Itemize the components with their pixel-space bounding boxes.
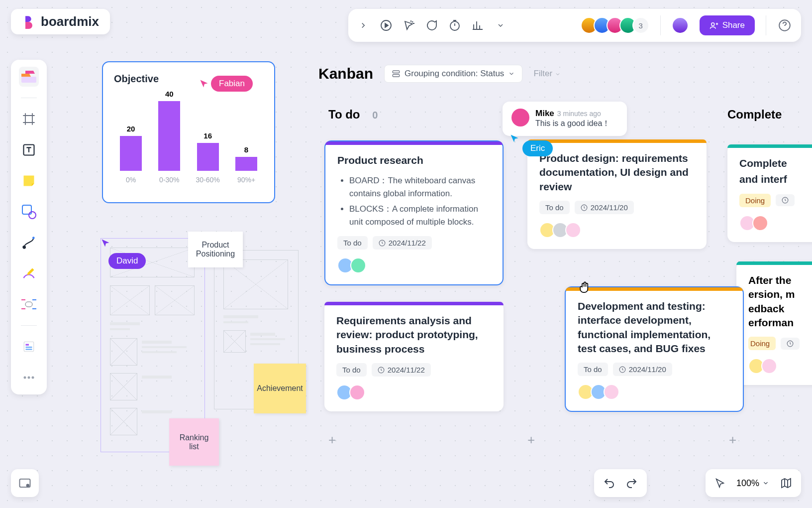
chevron-down-icon (555, 71, 561, 77)
cursor-click-icon[interactable] (403, 19, 415, 31)
kanban-card-product-research[interactable]: Product research BOARD：The whiteboard ca… (324, 140, 504, 285)
kanban-card-requirements[interactable]: Requirements analysis and review: produc… (324, 302, 504, 411)
comment-avatar (511, 109, 529, 127)
logo-box[interactable]: boardmix (11, 9, 110, 34)
chevron-right-icon[interactable] (357, 19, 369, 31)
view-controls: 100% (706, 469, 801, 497)
svg-point-9 (23, 246, 25, 249)
svg-rect-22 (393, 75, 400, 77)
cursor-eric (509, 133, 519, 143)
svg-rect-21 (393, 71, 400, 73)
share-button[interactable]: Share (700, 15, 755, 35)
grouping-dropdown[interactable]: Grouping condition: Status (384, 65, 522, 83)
logo-icon (22, 15, 36, 29)
svg-point-16 (24, 377, 26, 379)
sticky-positioning[interactable]: Product Positioning (188, 232, 243, 267)
chevron-down-icon (762, 480, 769, 487)
undo-button[interactable] (603, 477, 615, 489)
chart-bars: 200% 400-30% 1630-60% 890%+ (114, 92, 263, 184)
kanban-title: Kanban (318, 65, 373, 82)
zoom-dropdown[interactable]: 100% (736, 478, 769, 489)
add-card-button[interactable]: + (328, 432, 336, 448)
text-tool[interactable] (19, 140, 39, 160)
connector-tool[interactable] (19, 233, 39, 253)
minimap-toggle[interactable] (780, 477, 792, 489)
document-tool[interactable] (19, 337, 39, 357)
svg-rect-5 (21, 77, 36, 83)
chart-icon[interactable] (472, 19, 484, 31)
undo-redo-group (594, 469, 647, 497)
group-icon (392, 69, 401, 78)
svg-point-10 (32, 237, 35, 239)
svg-point-20 (27, 484, 29, 487)
cursor-eric-label: Eric (522, 140, 553, 156)
avatar-count: 3 (632, 17, 649, 34)
svg-rect-11 (25, 302, 32, 307)
grab-cursor-icon (577, 280, 592, 295)
status-tag: To do (337, 236, 368, 250)
share-label: Share (722, 20, 745, 30)
top-toolbar: 3 Share (348, 9, 801, 42)
current-user-avatar[interactable] (672, 17, 689, 34)
more-tools[interactable] (19, 368, 39, 387)
kanban-header: Kanban Grouping condition: Status Filter (318, 65, 561, 83)
chat-icon[interactable] (426, 19, 438, 31)
sticky-tool[interactable] (19, 171, 39, 191)
kanban-card-development[interactable]: Development and testing: interface devel… (565, 286, 744, 412)
chevron-down-icon (508, 70, 515, 77)
mindmap-tool[interactable] (19, 294, 39, 314)
clock-icon (619, 366, 626, 373)
svg-marker-1 (385, 23, 388, 27)
logo-text: boardmix (41, 14, 99, 29)
clock-icon (378, 367, 385, 374)
column-header-completed[interactable]: Complete (727, 108, 782, 122)
kanban-card-design[interactable]: Product design: requirements documentati… (527, 139, 707, 249)
collaborator-avatars[interactable]: 3 (581, 17, 649, 34)
svg-rect-14 (26, 347, 32, 348)
add-card-button[interactable]: + (729, 432, 736, 448)
svg-point-18 (32, 377, 34, 379)
kanban-card-complete-1[interactable]: Complete and interf Doing (727, 144, 812, 242)
shape-tool[interactable] (19, 202, 39, 222)
comment-bubble[interactable]: Mike3 minutes ago This is a good idea！ (503, 102, 627, 136)
svg-rect-13 (26, 344, 29, 346)
timer-icon[interactable] (449, 19, 461, 31)
clock-icon (581, 204, 588, 211)
svg-point-8 (29, 212, 36, 219)
pen-tool[interactable] (19, 263, 39, 283)
clock-icon (379, 240, 386, 247)
sticky-achievement[interactable]: Achievement (254, 364, 306, 413)
card-assignees (337, 257, 491, 273)
redo-button[interactable] (626, 477, 638, 489)
cursor-fabian: Fabian (199, 76, 253, 92)
frame-tool[interactable] (19, 109, 39, 129)
tool-rail (11, 60, 47, 394)
date-tag: 2024/11/22 (373, 236, 432, 250)
svg-rect-15 (26, 349, 32, 350)
clock-icon (787, 340, 794, 347)
svg-point-17 (28, 377, 30, 379)
svg-point-3 (711, 23, 714, 26)
sticky-ranking[interactable]: Ranking list (169, 418, 219, 466)
kanban-card-complete-2[interactable]: After the ersion, m edback erforman Doin… (736, 261, 812, 385)
cursor-david (101, 238, 110, 248)
pointer-mode[interactable] (714, 478, 725, 489)
minimap-button[interactable] (11, 469, 39, 497)
cursor-david-label: David (108, 253, 146, 269)
column-header-todo[interactable]: To do 0 (328, 108, 378, 122)
chevron-down-icon[interactable] (495, 19, 507, 31)
filter-dropdown[interactable]: Filter (533, 69, 561, 79)
play-icon[interactable] (380, 19, 392, 31)
clock-icon (782, 197, 789, 204)
help-icon[interactable] (777, 18, 792, 33)
templates-tool[interactable] (19, 67, 39, 87)
add-card-button[interactable]: + (527, 432, 535, 448)
